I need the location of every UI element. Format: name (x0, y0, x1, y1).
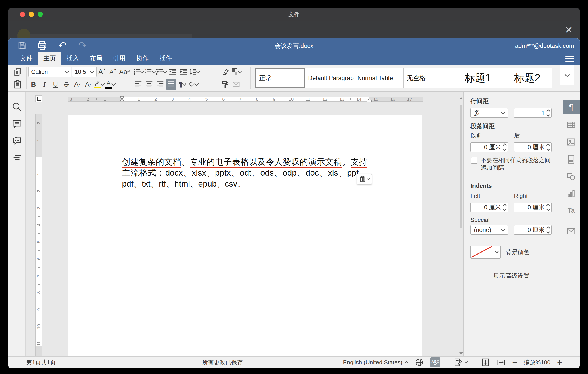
tab-引用[interactable]: 引用 (108, 52, 131, 65)
tab-协作[interactable]: 协作 (131, 52, 154, 65)
line-spacing-select[interactable]: 多 (471, 108, 508, 118)
fit-width-button[interactable] (497, 358, 505, 367)
subscript-button[interactable]: A2 (83, 79, 93, 90)
zoom-out-button[interactable]: − (512, 358, 517, 367)
right-indent-marker[interactable] (367, 99, 372, 102)
increase-indent-button[interactable] (178, 66, 189, 77)
styles-gallery-expand-button[interactable] (560, 65, 574, 85)
nonprinting-characters-button[interactable]: ¶ (177, 79, 187, 90)
indent-markers[interactable] (119, 96, 125, 102)
multilevel-list-button[interactable] (156, 66, 167, 77)
document-language-button[interactable] (415, 358, 424, 367)
spinner-arrows-icon[interactable] (503, 204, 506, 210)
vertical-scrollbar[interactable] (459, 96, 463, 356)
indent-right-spinner[interactable]: 0 厘米 (514, 203, 552, 212)
underline-button[interactable]: U (50, 79, 61, 90)
comments-button[interactable] (9, 115, 26, 132)
chat-button[interactable] (9, 132, 26, 149)
scroll-down-icon[interactable] (459, 352, 463, 354)
spinner-arrows-icon[interactable] (503, 144, 506, 150)
style-标题2[interactable]: 标题2 (502, 68, 552, 88)
paste-button[interactable] (11, 79, 25, 90)
vertical-ruler[interactable]: 211234567891011 (35, 114, 42, 356)
font-name-select[interactable]: Calibri (28, 67, 71, 77)
close-icon[interactable]: ✕ (563, 24, 575, 36)
mail-merge-settings-tab[interactable] (563, 222, 580, 240)
paste-options-button[interactable] (357, 174, 372, 184)
style-Normal Table[interactable]: Normal Table (354, 68, 404, 88)
tab-文件[interactable]: 文件 (15, 52, 38, 65)
tab-插件[interactable]: 插件 (154, 52, 177, 65)
align-left-button[interactable] (133, 79, 143, 90)
zoom-in-button[interactable]: + (557, 358, 562, 367)
font-color-button[interactable]: A (105, 79, 115, 90)
style-标题1[interactable]: 标题1 (453, 68, 503, 88)
paragraph-settings-tab[interactable]: ¶ (563, 100, 580, 114)
menu-icon[interactable] (565, 55, 574, 62)
style-无空格[interactable]: 无空格 (403, 68, 453, 88)
zoom-level[interactable]: 缩放%100 (524, 359, 550, 366)
decrease-indent-button[interactable] (167, 66, 178, 77)
document-page[interactable]: 创建复杂的文档、专业的电子表格以及令人赞叹的演示文稿。支持主流格式：docx、x… (68, 115, 422, 356)
style-正常[interactable]: 正常 (255, 68, 305, 88)
shading-button[interactable] (188, 79, 198, 90)
text-art-settings-tab[interactable]: Ta (563, 202, 580, 220)
navigation-button[interactable] (9, 149, 26, 166)
tab-插入[interactable]: 插入 (61, 52, 84, 65)
horizontal-ruler[interactable]: 3211234567891011121314151617 (68, 97, 423, 101)
page-count[interactable]: 第1页共1页 (26, 357, 56, 368)
line-spacing-spinner[interactable]: 1 (514, 108, 552, 118)
tab-布局[interactable]: 布局 (84, 52, 108, 65)
spacing-after-spinner[interactable]: 0 厘米 (514, 143, 552, 152)
bullet-list-button[interactable] (133, 66, 144, 77)
decrease-font-button[interactable]: A▼ (108, 66, 118, 77)
header-footer-settings-tab[interactable] (563, 151, 580, 168)
spinner-arrows-icon[interactable] (547, 204, 550, 210)
language-selector[interactable]: English (United States) (343, 359, 408, 366)
no-space-between-checkbox[interactable] (471, 157, 477, 164)
bold-button[interactable]: B (28, 79, 39, 90)
show-advanced-settings-link[interactable]: 显示高级设置 (493, 272, 529, 281)
copy-style-button[interactable] (220, 79, 230, 90)
align-justify-button[interactable] (166, 79, 176, 90)
color-scheme-button[interactable] (231, 66, 241, 77)
spinner-arrows-icon[interactable] (547, 144, 550, 150)
font-size-select[interactable]: 10.5 (72, 67, 96, 77)
copy-button[interactable] (11, 66, 25, 77)
spacing-before-spinner[interactable]: 0 厘米 (471, 143, 508, 152)
chart-settings-tab[interactable] (563, 185, 580, 202)
color-dropdown[interactable] (493, 246, 500, 258)
fit-page-button[interactable] (481, 358, 490, 367)
spinner-arrows-icon[interactable] (547, 227, 550, 233)
clear-style-button[interactable] (220, 66, 230, 77)
tab-主页[interactable]: 主页 (38, 52, 61, 65)
style-Default Paragraph[interactable]: Default Paragraph (305, 68, 354, 88)
table-settings-tab[interactable] (563, 116, 580, 133)
search-button[interactable] (9, 99, 26, 115)
italic-button[interactable]: I (39, 79, 50, 90)
mail-merge-button[interactable] (231, 79, 241, 90)
track-changes-button[interactable] (454, 358, 467, 367)
document-text[interactable]: 创建复杂的文档、专业的电子表格以及令人赞叹的演示文稿。支持主流格式：docx、x… (122, 156, 367, 189)
highlight-color-button[interactable] (94, 79, 104, 90)
increase-font-button[interactable]: A▲ (97, 66, 107, 77)
scrollbar-thumb[interactable] (460, 105, 462, 228)
scroll-up-icon[interactable] (459, 97, 463, 99)
spell-check-toggle[interactable]: ABC (430, 357, 440, 367)
special-select[interactable]: (none) (471, 225, 508, 235)
image-settings-tab[interactable] (563, 133, 580, 151)
spinner-arrows-icon[interactable] (547, 110, 550, 116)
shape-settings-tab[interactable] (563, 168, 580, 185)
align-right-button[interactable] (155, 79, 165, 90)
numbered-list-button[interactable]: 123 (145, 66, 155, 77)
strikethrough-button[interactable]: S (61, 79, 72, 90)
line-spacing-button[interactable] (189, 66, 200, 77)
tab-stop-selector[interactable] (35, 95, 42, 102)
change-case-button[interactable]: Aa (119, 66, 129, 77)
superscript-button[interactable]: A2 (72, 79, 83, 90)
document-canvas[interactable]: 3211234567891011121314151617 21123456789… (26, 92, 463, 356)
background-color-picker[interactable] (471, 246, 501, 259)
special-spinner[interactable]: 0 厘米 (514, 225, 552, 235)
align-center-button[interactable] (144, 79, 154, 90)
indent-left-spinner[interactable]: 0 厘米 (471, 203, 508, 212)
